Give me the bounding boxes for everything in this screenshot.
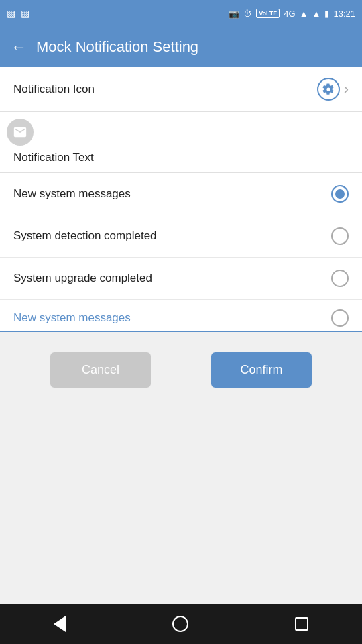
cancel-button[interactable]: Cancel <box>50 352 151 388</box>
gear-icon[interactable] <box>317 78 340 101</box>
notification-icon-row: Notification Icon › <box>0 67 362 112</box>
nav-home-button[interactable] <box>172 616 188 632</box>
image-icon: ▨ <box>21 8 29 19</box>
status-bar: ▧ ▨ 📷 ⏱ VoLTE 4G ▲ ▲ ▮ 13:21 <box>0 0 362 27</box>
volte-badge: VoLTE <box>256 9 280 18</box>
option-row-2[interactable]: System detection completed <box>0 215 362 258</box>
custom-text-input[interactable] <box>13 311 302 325</box>
option-label-2: System detection completed <box>13 229 157 243</box>
notification-icon-controls: › <box>317 78 349 101</box>
radio-inner-1 <box>335 189 345 199</box>
time-display: 13:21 <box>333 9 355 19</box>
radio-button-1[interactable] <box>331 185 349 203</box>
back-triangle-icon <box>54 616 66 632</box>
status-bar-right: 📷 ⏱ VoLTE 4G ▲ ▲ ▮ 13:21 <box>229 9 355 19</box>
confirm-button[interactable]: Confirm <box>211 352 312 388</box>
notification-icon-label: Notification Icon <box>13 83 95 96</box>
nav-back-button[interactable] <box>54 616 66 632</box>
radio-button-2[interactable] <box>331 227 349 245</box>
action-section: Cancel Confirm <box>0 332 362 535</box>
recent-square-icon <box>295 617 308 631</box>
status-bar-left: ▧ ▨ <box>7 8 29 19</box>
nav-recent-button[interactable] <box>295 617 308 631</box>
vibrate-icon: 📷 <box>229 9 239 19</box>
notification-icon-preview <box>7 119 34 146</box>
bottom-spacer <box>0 401 362 535</box>
buttons-row: Cancel Confirm <box>0 332 362 401</box>
chevron-right-icon: › <box>344 80 349 98</box>
option-row-1[interactable]: New system messages <box>0 173 362 215</box>
option-row-3[interactable]: System upgrade completed <box>0 258 362 300</box>
signal2-icon: ▲ <box>312 9 321 19</box>
page-title: Mock Notification Setting <box>36 38 198 56</box>
custom-input-row <box>0 300 362 332</box>
main-content: Notification Icon › Notification Text Ne… <box>0 67 362 332</box>
radio-button-custom[interactable] <box>331 309 349 327</box>
option-label-1: New system messages <box>13 187 131 201</box>
radio-button-3[interactable] <box>331 270 349 287</box>
home-circle-icon <box>172 616 188 632</box>
message-icon: ▧ <box>7 8 15 19</box>
alarm-icon: ⏱ <box>243 9 252 19</box>
battery-icon: ▮ <box>324 9 329 19</box>
top-bar: ← Mock Notification Setting <box>0 27 362 67</box>
options-list: New system messages System detection com… <box>0 173 362 332</box>
nav-bar <box>0 604 362 644</box>
option-label-3: System upgrade completed <box>13 272 152 285</box>
4g-label: 4G <box>284 9 295 19</box>
back-button[interactable]: ← <box>11 38 27 56</box>
notification-text-label: Notification Text <box>0 146 362 173</box>
signal-icon: ▲ <box>300 9 308 19</box>
icon-preview-row <box>0 112 362 146</box>
